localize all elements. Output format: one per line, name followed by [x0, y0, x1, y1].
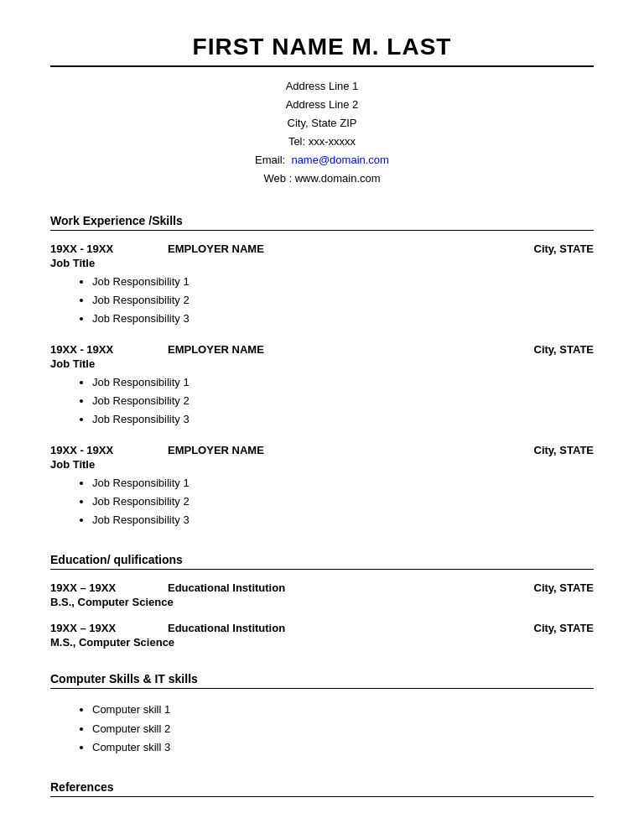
edu-institution-1: Educational Institution — [143, 581, 493, 594]
list-item: Job Responsibility 2 — [92, 493, 594, 511]
list-item: Job Responsibility 3 — [92, 511, 594, 529]
job-entry-2: 19XX - 19XX EMPLOYER NAME City, STATE Jo… — [50, 343, 594, 429]
job-duties-2: Job Responsibility 1 Job Responsibility … — [50, 373, 594, 429]
job-title-3: Job Title — [50, 458, 594, 471]
references-section: References — [50, 780, 594, 797]
email-link[interactable]: name@domain.com — [291, 154, 389, 166]
job-duties-1: Job Responsibility 1 Job Responsibility … — [50, 273, 594, 328]
job-entry-3: 19XX - 19XX EMPLOYER NAME City, STATE Jo… — [50, 444, 594, 529]
edu-degree-1: B.S., Computer Science — [50, 596, 594, 608]
edu-entry-2: 19XX – 19XX Educational Institution City… — [50, 622, 594, 649]
list-item: Computer skill 3 — [92, 738, 594, 757]
list-item: Job Responsibility 2 — [92, 392, 594, 410]
job-dates-2: 19XX - 19XX — [50, 343, 143, 356]
job-employer-1: EMPLOYER NAME — [143, 242, 493, 255]
edu-dates-2: 19XX – 19XX — [50, 622, 143, 634]
email-line: Email: name@domain.com — [50, 151, 594, 169]
address-line1: Address Line 1 — [50, 77, 594, 96]
tel-value: xxx-xxxxx — [309, 135, 356, 148]
list-item: Computer skill 1 — [92, 701, 594, 719]
list-item: Job Responsibility 3 — [92, 410, 594, 429]
job-dates-3: 19XX - 19XX — [50, 444, 143, 456]
list-item: Job Responsibility 3 — [92, 310, 594, 328]
web-value: www.domain.com — [295, 172, 381, 185]
contact-info: Address Line 1 Address Line 2 City, Stat… — [50, 77, 594, 189]
web-line: Web : www.domain.com — [50, 169, 594, 188]
job-row-1: 19XX - 19XX EMPLOYER NAME City, STATE — [50, 242, 594, 255]
work-experience-header: Work Experience /Skills — [50, 214, 594, 231]
tel-label: Tel: — [288, 135, 305, 148]
job-duties-3: Job Responsibility 1 Job Responsibility … — [50, 474, 594, 529]
edu-degree-2: M.S., Computer Science — [50, 636, 594, 649]
work-experience-section: Work Experience /Skills 19XX - 19XX EMPL… — [50, 214, 594, 530]
city-state-zip: City, State ZIP — [50, 114, 594, 133]
list-item: Job Responsibility 1 — [92, 373, 594, 392]
job-employer-2: EMPLOYER NAME — [143, 343, 493, 356]
header: FIRST NAME M. LAST Address Line 1 Addres… — [50, 34, 594, 189]
skills-list: Computer skill 1 Computer skill 2 Comput… — [50, 701, 594, 756]
job-location-1: City, STATE — [493, 242, 594, 255]
computer-skills-header: Computer Skills & IT skills — [50, 672, 594, 689]
job-location-3: City, STATE — [493, 444, 594, 456]
computer-skills-section: Computer Skills & IT skills Computer ski… — [50, 672, 594, 756]
resume-page: FIRST NAME M. LAST Address Line 1 Addres… — [0, 0, 644, 834]
list-item: Job Responsibility 2 — [92, 291, 594, 310]
edu-entry-1: 19XX – 19XX Educational Institution City… — [50, 581, 594, 608]
edu-dates-1: 19XX – 19XX — [50, 581, 143, 594]
web-label: Web : — [263, 172, 292, 185]
header-divider — [50, 65, 594, 67]
job-row-2: 19XX - 19XX EMPLOYER NAME City, STATE — [50, 343, 594, 356]
job-title-2: Job Title — [50, 357, 594, 370]
job-entry-1: 19XX - 19XX EMPLOYER NAME City, STATE Jo… — [50, 242, 594, 328]
education-header: Education/ qulifications — [50, 553, 594, 570]
email-label: Email: — [255, 154, 285, 166]
list-item: Job Responsibility 1 — [92, 273, 594, 291]
edu-institution-2: Educational Institution — [143, 622, 493, 634]
job-row-3: 19XX - 19XX EMPLOYER NAME City, STATE — [50, 444, 594, 456]
list-item: Job Responsibility 1 — [92, 474, 594, 493]
edu-location-1: City, STATE — [493, 581, 594, 594]
job-location-2: City, STATE — [493, 343, 594, 356]
list-item: Computer skill 2 — [92, 720, 594, 738]
job-title-1: Job Title — [50, 257, 594, 269]
job-employer-3: EMPLOYER NAME — [143, 444, 493, 456]
edu-location-2: City, STATE — [493, 622, 594, 634]
job-dates-1: 19XX - 19XX — [50, 242, 143, 255]
references-header: References — [50, 780, 594, 797]
education-section: Education/ qulifications 19XX – 19XX Edu… — [50, 553, 594, 649]
address-line2: Address Line 2 — [50, 96, 594, 114]
edu-row-2: 19XX – 19XX Educational Institution City… — [50, 622, 594, 634]
edu-row-1: 19XX – 19XX Educational Institution City… — [50, 581, 594, 594]
tel-line: Tel: xxx-xxxxx — [50, 133, 594, 151]
full-name: FIRST NAME M. LAST — [50, 34, 594, 60]
